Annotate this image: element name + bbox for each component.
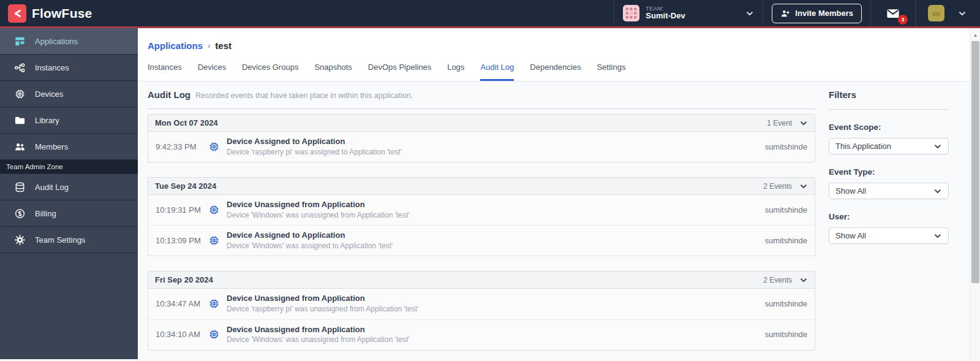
tab-audit-log[interactable]: Audit Log: [480, 63, 514, 81]
tab-logs[interactable]: Logs: [447, 63, 464, 81]
event-description: Device 'raspberry pi' was unassigned fro…: [227, 305, 765, 314]
filter-event-type-label: Event Type:: [829, 167, 949, 177]
team-name: Sumit-Dev: [646, 12, 739, 21]
sidebar-item-applications[interactable]: Applications: [0, 28, 138, 55]
breadcrumb: Applications › test: [148, 40, 980, 51]
sidebar-item-label: Billing: [35, 209, 56, 218]
event-scope-value: This Application: [835, 142, 891, 151]
invite-members-button[interactable]: Invite Members: [772, 4, 862, 23]
event-title: Device Assigned to Application: [227, 136, 765, 147]
group-event-count: 1 Event: [767, 119, 792, 127]
scrollbar-thumb[interactable]: [971, 41, 979, 283]
main-content: Applications › test Instances Devices De…: [138, 28, 980, 359]
event-title: Device Unassigned from Application: [227, 199, 765, 210]
user-select[interactable]: Show All: [829, 227, 949, 244]
sidebar-item-label: Instances: [35, 63, 69, 72]
instances-icon: [14, 62, 26, 74]
tab-bar: Instances Devices Devices Groups Snapsho…: [148, 63, 980, 81]
group-event-count: 2 Events: [763, 182, 792, 191]
device-chip-icon: [208, 235, 227, 246]
event-type-value: Show All: [835, 186, 866, 196]
user-plus-icon: [780, 9, 790, 18]
tab-devices[interactable]: Devices: [198, 63, 226, 81]
sidebar-item-label: Devices: [35, 89, 63, 99]
audit-log-panel: Audit Log Recorded events that have take…: [148, 82, 815, 361]
chevron-down-icon[interactable]: [745, 9, 754, 18]
filters-title: Filters: [829, 89, 856, 100]
team-avatar: [623, 5, 639, 21]
sidebar-item-library[interactable]: Library: [0, 107, 138, 134]
event-scope-select[interactable]: This Application: [829, 138, 949, 154]
group-date: Mon Oct 07 2024: [155, 118, 218, 127]
vertical-scrollbar[interactable]: ▲: [970, 28, 980, 359]
users-icon: [14, 141, 26, 153]
filters-panel: Filters Event Scope: This Application Ev…: [829, 82, 949, 361]
notifications-button[interactable]: 3: [880, 7, 907, 20]
sidebar-item-team-settings[interactable]: Team Settings: [0, 227, 138, 253]
event-description: Device 'Windows' was unassigned from App…: [227, 211, 765, 221]
scroll-up-arrow-icon[interactable]: ▲: [970, 28, 980, 39]
event-title: Device Assigned to Application: [227, 230, 765, 241]
audit-event-row: 9:42:33 PM Device Assigned to Applicatio…: [148, 132, 815, 162]
event-time: 10:34:10 AM: [156, 330, 208, 339]
tab-settings[interactable]: Settings: [597, 63, 625, 81]
user-filter-value: Show All: [835, 231, 866, 240]
breadcrumb-applications-link[interactable]: Applications: [148, 40, 203, 51]
gear-icon: [14, 234, 26, 246]
event-title: Device Unassigned from Application: [227, 293, 765, 304]
audit-group-header[interactable]: Mon Oct 07 2024 1 Event: [148, 115, 815, 132]
event-time: 10:13:09 PM: [156, 236, 208, 245]
flowfuse-logo[interactable]: FlowFuse: [0, 4, 92, 23]
audit-event-row: 10:13:09 PM Device Assigned to Applicati…: [148, 226, 815, 256]
device-chip-icon: [208, 298, 227, 310]
event-type-select[interactable]: Show All: [829, 183, 949, 199]
tab-instances[interactable]: Instances: [148, 63, 182, 81]
group-date: Fri Sep 20 2024: [155, 275, 213, 284]
chevron-down-icon[interactable]: [799, 182, 808, 191]
tab-snapshots[interactable]: Snapshots: [314, 63, 352, 81]
tab-devices-groups[interactable]: Devices Groups: [242, 63, 298, 81]
user-menu-chevron-icon[interactable]: [958, 9, 967, 18]
flowfuse-logo-icon: [8, 4, 26, 23]
chevron-down-icon[interactable]: [799, 276, 808, 284]
audit-group-header[interactable]: Fri Sep 20 2024 2 Events: [148, 272, 815, 289]
team-selector[interactable]: TEAM: Sumit-Dev: [614, 0, 763, 26]
event-user: sumitshinde: [765, 236, 807, 245]
chevron-down-icon: [933, 232, 942, 240]
chevron-down-icon[interactable]: [799, 119, 808, 127]
invite-members-label: Invite Members: [795, 9, 853, 18]
event-time: 10:34:47 AM: [156, 299, 208, 308]
page-header: Applications › test Instances Devices De…: [138, 28, 980, 82]
filter-event-scope-label: Event Scope:: [829, 123, 949, 132]
notification-badge: 3: [898, 15, 908, 25]
tab-dependencies[interactable]: Dependencies: [530, 63, 581, 81]
event-user: sumitshinde: [765, 205, 807, 215]
audit-group: Fri Sep 20 2024 2 Events 10:34:47 AM: [148, 271, 815, 350]
breadcrumb-separator: ›: [208, 41, 210, 50]
top-navigation-bar: FlowFuse TEAM: Sumit-Dev: [0, 0, 980, 28]
device-chip-icon: [208, 141, 227, 153]
sidebar-item-label: Applications: [35, 37, 78, 46]
user-avatar[interactable]: su: [928, 5, 944, 21]
tab-devops-pipelines[interactable]: DevOps Pipelines: [368, 63, 431, 81]
sidebar-item-instances[interactable]: Instances: [0, 55, 138, 81]
event-description: Device 'Windows' was unassigned from App…: [227, 335, 765, 345]
sidebar-item-members[interactable]: Members: [0, 134, 138, 160]
chevron-down-icon: [933, 142, 942, 151]
team-admin-zone-label: Team Admin Zone: [0, 160, 138, 174]
sidebar-item-devices[interactable]: Devices: [0, 81, 138, 107]
database-icon: [14, 181, 26, 193]
event-description: Device 'raspberry pi' was assigned to Ap…: [227, 148, 765, 158]
event-user: sumitshinde: [765, 142, 807, 151]
audit-event-row: 10:34:10 AM Device Unassigned from Appli…: [148, 320, 815, 350]
device-chip-icon: [208, 204, 227, 216]
audit-log-subtitle: Recorded events that have taken place in…: [195, 91, 413, 100]
event-time: 9:42:33 PM: [156, 142, 208, 151]
audit-group-header[interactable]: Tue Sep 24 2024 2 Events: [148, 178, 815, 195]
sidebar-item-label: Audit Log: [35, 183, 69, 192]
sidebar-item-label: Library: [35, 116, 59, 125]
audit-log-title: Audit Log: [148, 89, 190, 100]
breadcrumb-current: test: [215, 40, 232, 51]
sidebar-item-billing[interactable]: Billing: [0, 200, 138, 227]
sidebar-item-audit-log[interactable]: Audit Log: [0, 174, 138, 200]
